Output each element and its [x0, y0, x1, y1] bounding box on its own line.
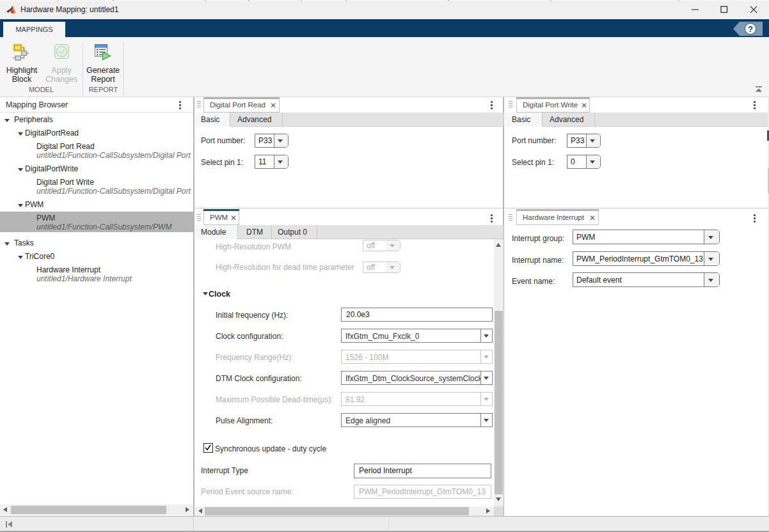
svg-text:?: ? [748, 24, 753, 34]
